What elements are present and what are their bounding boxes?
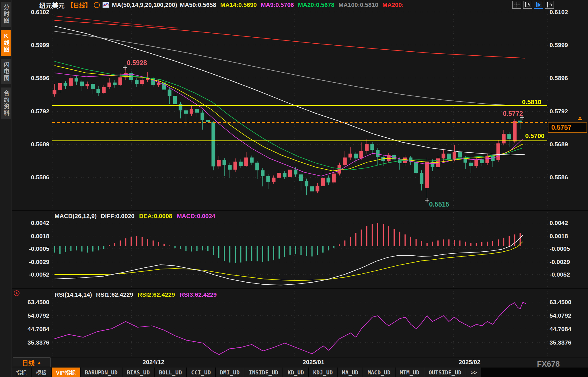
tab-KDJ_UD[interactable]: KDJ_UD — [309, 368, 337, 377]
macd-header: MACD(26,12,9) DIFF:0.0020DEA:0.0008MACD:… — [54, 213, 215, 219]
readout: RSI1:62.4229 — [96, 291, 133, 298]
chart-canvas[interactable] — [0, 0, 588, 377]
tab-指标[interactable]: 指标 — [11, 368, 31, 377]
sidebar-item-分时图[interactable]: 分时图 — [1, 2, 11, 27]
axis-label: -0.0052 — [550, 271, 570, 277]
tab--[interactable]: >> — [466, 368, 482, 377]
sidebar: 分时图K线图闪电图合约资料 — [0, 0, 11, 377]
axis-label: 0.5999 — [550, 42, 568, 48]
ma-params-label: MA(50,14,9,20,100,200) — [112, 1, 177, 8]
tab-BIAS_UD[interactable]: BIAS_UD — [122, 368, 154, 377]
readout: MA100:0.5810 — [338, 1, 378, 8]
x-axis-month-label: 2025/02 — [459, 359, 480, 366]
indicator-target-icon[interactable] — [14, 290, 20, 296]
tab-OUTSIDE_UD[interactable]: OUTSIDE_UD — [424, 368, 466, 377]
sidebar-item-闪电图[interactable]: 闪电图 — [1, 59, 11, 84]
readout: MACD:0.0024 — [177, 213, 215, 219]
period-tag[interactable]: 【日线】 — [67, 1, 91, 9]
annotation-swing-high: 0.5928 — [127, 59, 147, 67]
ma-readouts: MA50:0.5658MA14:0.5690MA9:0.5706MA20:0.5… — [180, 1, 404, 8]
collapse-right-icon[interactable] — [545, 1, 554, 9]
readout: MA20:0.5678 — [298, 1, 334, 8]
axis-label: 0.5689 — [550, 141, 568, 147]
tab-BARUPDN_UD[interactable]: BARUPDN_UD — [81, 368, 122, 377]
annotation-support: 0.5700 — [525, 132, 544, 140]
macd-params-label: MACD(26,12,9) — [54, 213, 97, 219]
axis-label: 63.4500 — [550, 299, 571, 305]
tab-MACD_UD[interactable]: MACD_UD — [363, 368, 395, 377]
axis-label: 0.5586 — [550, 174, 568, 180]
annotation-swing-low: 0.5515 — [429, 201, 449, 208]
axis-label: 35.3376 — [550, 339, 571, 345]
chart-app: 分时图K线图闪电图合约资料 纽元美元 【日线】 MA(50,14,9,20,10… — [0, 0, 588, 377]
readout: MA200: — [382, 1, 404, 8]
x-axis-month-label: 2024/12 — [143, 359, 164, 366]
tab-KD_UD[interactable]: KD_UD — [283, 368, 308, 377]
axis-label: -0.0005 — [550, 246, 570, 252]
symbol-title: 纽元美元 — [39, 0, 65, 9]
auto-scale-icon[interactable] — [534, 1, 543, 9]
tab-VIP指标[interactable]: VIP指标 — [52, 368, 80, 377]
axis-label: 0.5896 — [550, 75, 568, 81]
tab-模板[interactable]: 模板 — [32, 368, 51, 377]
tab-MA_UD[interactable]: MA_UD — [338, 368, 363, 377]
current-price-tag: 0.5757 — [548, 123, 587, 133]
sidebar-item-合约资料[interactable]: 合约资料 — [1, 88, 11, 119]
macd-readouts: DIFF:0.0020DEA:0.0008MACD:0.0024 — [101, 213, 215, 219]
readout: DEA:0.0008 — [139, 213, 172, 219]
main-chart-header: 纽元美元 【日线】 MA(50,14,9,20,100,200) MA50:0.… — [39, 1, 404, 9]
readout: MA14:0.5690 — [220, 1, 257, 8]
axis-label: -0.0029 — [550, 259, 570, 265]
back-to-latest-icon[interactable]: ▲ — [577, 116, 583, 120]
tab-MTM_UD[interactable]: MTM_UD — [396, 368, 424, 377]
period-selector-label: 日线 — [22, 358, 35, 367]
tab-INSIDE_UD[interactable]: INSIDE_UD — [244, 368, 283, 377]
period-selector-button[interactable]: 日线 ▲ — [13, 357, 50, 367]
readout: RSI2:62.4229 — [138, 291, 175, 298]
crosshair-target-icon[interactable] — [94, 2, 100, 8]
indicator-tabbar: 指标模板VIP指标BARUPDN_UDBIAS_UDBOLL_UDCCI_UDD… — [11, 368, 588, 377]
x-axis-month-label: 2025/01 — [303, 359, 324, 366]
axis-label: 0.0042 — [550, 220, 568, 226]
axis-label: 0.5792 — [550, 108, 568, 114]
tab-CCI_UD[interactable]: CCI_UD — [187, 368, 215, 377]
rsi-readouts: RSI1:62.4229RSI2:62.4229RSI3:62.4229 — [96, 291, 217, 298]
annotation-recent-high: 0.5772 — [503, 110, 523, 118]
pan-crosshair-icon[interactable] — [512, 1, 521, 9]
axis-label: 0.6102 — [550, 9, 568, 15]
mini-chart-icon[interactable] — [102, 2, 109, 8]
sidebar-item-K线图[interactable]: K线图 — [1, 30, 11, 56]
chevron-up-icon: ▲ — [37, 360, 41, 365]
readout: DIFF:0.0020 — [101, 213, 135, 219]
tab-DMI_UD[interactable]: DMI_UD — [216, 368, 244, 377]
axis-label: 44.7084 — [550, 326, 571, 332]
annotation-resistance: 0.5810 — [522, 98, 541, 106]
rsi-header: RSI(14,14,14) RSI1:62.4229RSI2:62.4229RS… — [54, 291, 217, 298]
axis-label: 0.0018 — [550, 233, 568, 239]
tab-BOLL_UD[interactable]: BOLL_UD — [155, 368, 186, 377]
current-price-value: 0.5757 — [551, 124, 571, 131]
chart-toolbar — [512, 1, 554, 9]
rsi-params-label: RSI(14,14,14) — [54, 291, 92, 298]
readout: MA9:0.5706 — [261, 1, 294, 8]
readout: RSI3:62.4229 — [180, 291, 217, 298]
scale-axis-icon[interactable] — [523, 1, 532, 9]
axis-label: 54.0792 — [550, 312, 571, 318]
readout: MA50:0.5658 — [180, 1, 216, 8]
